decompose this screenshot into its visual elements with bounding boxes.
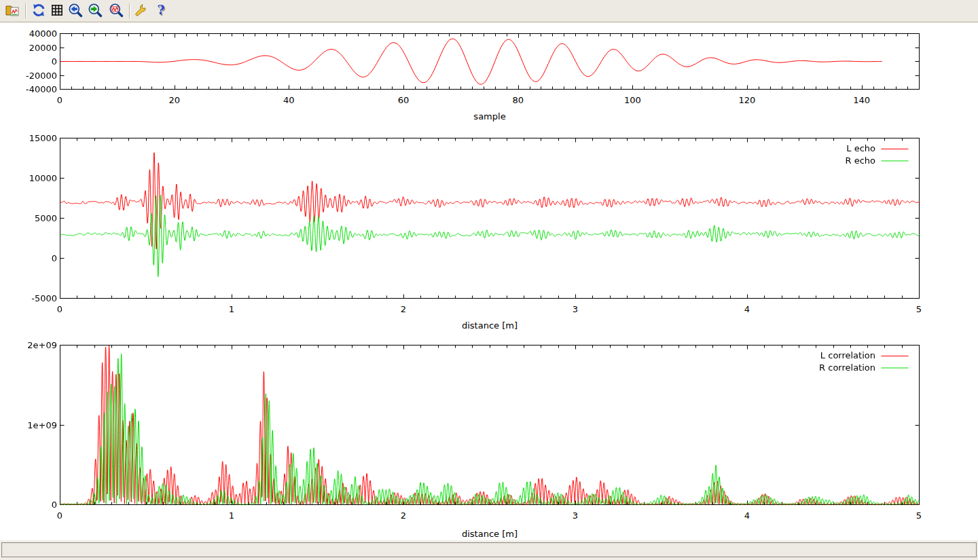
x-axis-label-sample: sample: [408, 111, 572, 122]
plot-area-0[interactable]: [60, 33, 920, 90]
legend-entry-l-correlation: L correlation: [740, 350, 875, 360]
x-tick-label: 140: [835, 95, 889, 105]
replot-icon: [31, 3, 46, 20]
x-tick-label: 1: [204, 304, 259, 314]
x-tick-label: 4: [720, 510, 774, 521]
configure-button[interactable]: [132, 2, 150, 20]
y-tick-label: 5000: [0, 213, 57, 223]
gnuplot-window: sample distance [m] distance [m] 4000020…: [0, 0, 978, 560]
zoom-next-button[interactable]: [86, 2, 104, 20]
toolbar-separator: [129, 3, 130, 18]
x-tick-label: 0: [33, 95, 87, 105]
replot-button[interactable]: [30, 2, 48, 20]
x-tick-label: 0: [33, 510, 87, 521]
zoom-previous-button[interactable]: [67, 2, 84, 20]
x-tick-label: 1: [204, 510, 259, 521]
export-plot-button[interactable]: [3, 2, 21, 20]
legend-entry-r-echo: R echo: [740, 155, 875, 166]
y-tick-label: 20000: [0, 43, 57, 53]
legend-entry-r-correlation: R correlation: [740, 362, 875, 373]
toolbar: ? ?: [0, 0, 978, 22]
y-tick-label: -5000: [0, 293, 57, 303]
x-tick-label: 2: [376, 304, 431, 314]
y-tick-label: 40000: [0, 29, 57, 39]
x-tick-label: 3: [548, 304, 602, 314]
legend-entry-l-echo: L echo: [740, 143, 875, 153]
x-axis-label-distance-correlation: distance [m]: [408, 529, 572, 539]
svg-text:?: ?: [157, 3, 164, 17]
x-tick-label: 60: [376, 95, 431, 105]
x-tick-label: 3: [548, 510, 602, 521]
y-tick-label: 0: [0, 56, 57, 67]
x-tick-label: 0: [33, 304, 87, 314]
export-plot-icon: [5, 3, 20, 20]
autoscale-icon: [109, 3, 124, 20]
zoom-next-icon: [88, 3, 103, 20]
x-tick-label: 4: [720, 304, 774, 314]
x-tick-label: 20: [147, 95, 202, 105]
x-axis-label-distance-echo: distance [m]: [408, 320, 572, 331]
y-tick-label: 15000: [0, 133, 57, 143]
y-tick-label: 0: [0, 500, 57, 510]
configure-wrench-icon: [134, 3, 149, 20]
toggle-grid-button[interactable]: [48, 2, 66, 20]
autoscale-button[interactable]: [107, 2, 125, 20]
y-tick-label: -40000: [0, 84, 57, 94]
x-tick-label: 40: [261, 95, 316, 105]
status-field: [1, 542, 977, 557]
x-tick-label: 80: [491, 95, 545, 105]
help-icon: ? ?: [153, 3, 168, 20]
y-tick-label: -20000: [0, 71, 57, 81]
x-tick-label: 120: [720, 95, 774, 105]
x-tick-label: 5: [892, 510, 946, 521]
x-tick-label: 100: [605, 95, 659, 105]
status-bar: [0, 540, 978, 560]
y-tick-label: 10000: [0, 173, 57, 183]
toolbar-separator: [25, 3, 26, 18]
zoom-previous-icon: [68, 3, 83, 20]
x-tick-label: 5: [892, 304, 946, 314]
plot-canvas-area: sample distance [m] distance [m] 4000020…: [0, 0, 978, 560]
y-tick-label: 1e+09: [0, 420, 57, 430]
y-tick-label: 0: [0, 253, 57, 263]
x-tick-label: 2: [376, 510, 431, 521]
y-tick-label: 2e+09: [0, 340, 57, 350]
toggle-grid-icon: [50, 3, 65, 20]
help-button[interactable]: ? ?: [152, 2, 170, 20]
